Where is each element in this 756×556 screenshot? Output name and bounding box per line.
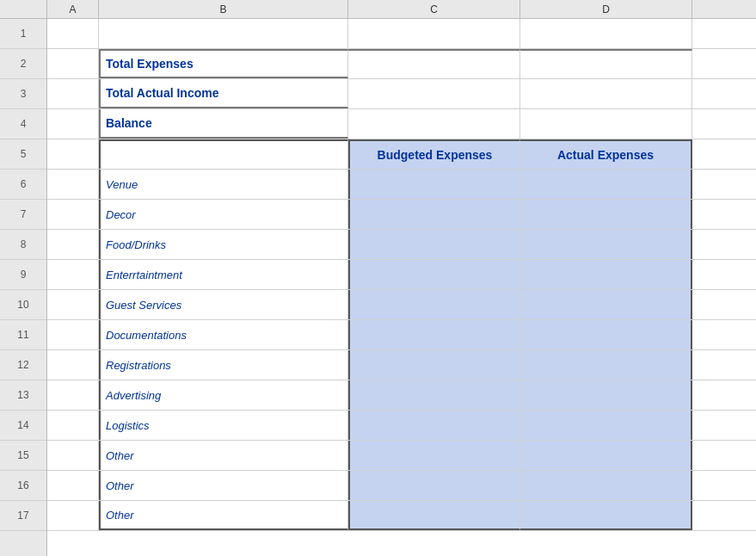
cell-13b[interactable]: Advertising bbox=[99, 380, 348, 410]
table-row bbox=[47, 19, 756, 49]
cell-15a[interactable] bbox=[47, 441, 99, 470]
cell-13c[interactable] bbox=[348, 380, 520, 410]
row-num-16: 16 bbox=[0, 471, 46, 501]
cell-1b[interactable] bbox=[99, 19, 348, 48]
cell-5d-header[interactable]: Actual Expenses bbox=[520, 139, 692, 169]
table-row: Registrations bbox=[47, 350, 756, 380]
cell-2b[interactable]: Total Expenses bbox=[99, 49, 348, 78]
cell-1c[interactable] bbox=[348, 19, 520, 48]
col-header-a: A bbox=[47, 0, 99, 18]
cell-14b[interactable]: Logistics bbox=[99, 411, 348, 440]
table-row: Total Expenses bbox=[47, 49, 756, 79]
cell-3c[interactable] bbox=[348, 79, 520, 108]
cell-6b[interactable]: Venue bbox=[99, 170, 348, 199]
cell-8b[interactable]: Food/Drinks bbox=[99, 230, 348, 259]
cell-9b[interactable]: Enterrtaintment bbox=[99, 260, 348, 289]
cell-8d[interactable] bbox=[520, 230, 692, 259]
sheet-area: Total Expenses Total Actual Income Balan… bbox=[47, 19, 756, 556]
row-num-15: 15 bbox=[0, 441, 46, 471]
cell-6a[interactable] bbox=[47, 170, 99, 199]
col-header-d: D bbox=[520, 0, 692, 18]
cell-11b[interactable]: Documentations bbox=[99, 320, 348, 349]
cell-11a[interactable] bbox=[47, 320, 99, 349]
cell-8c[interactable] bbox=[348, 230, 520, 259]
corner-header bbox=[0, 0, 47, 18]
cell-8a[interactable] bbox=[47, 230, 99, 259]
cell-15d[interactable] bbox=[520, 441, 692, 470]
row-num-5: 5 bbox=[0, 139, 46, 170]
cell-7c[interactable] bbox=[348, 200, 520, 229]
cell-10c[interactable] bbox=[348, 290, 520, 319]
cell-2c[interactable] bbox=[348, 49, 520, 78]
col-header-c: C bbox=[348, 0, 520, 18]
row-numbers: 1 2 3 4 5 6 7 8 9 10 11 12 13 14 15 16 1… bbox=[0, 19, 47, 556]
table-row: Food/Drinks bbox=[47, 230, 756, 260]
row-num-1: 1 bbox=[0, 19, 46, 49]
table-row: Guest Services bbox=[47, 290, 756, 320]
table-row: Enterrtaintment bbox=[47, 260, 756, 290]
cell-12d[interactable] bbox=[520, 350, 692, 380]
cell-16a[interactable] bbox=[47, 471, 99, 500]
row-num-6: 6 bbox=[0, 170, 46, 200]
cell-2a[interactable] bbox=[47, 49, 99, 78]
cell-9c[interactable] bbox=[348, 260, 520, 289]
cell-7a[interactable] bbox=[47, 200, 99, 229]
row-num-13: 13 bbox=[0, 380, 46, 411]
grid: 1 2 3 4 5 6 7 8 9 10 11 12 13 14 15 16 1… bbox=[0, 19, 756, 556]
cell-17d[interactable] bbox=[520, 501, 692, 530]
cell-16b[interactable]: Other bbox=[99, 471, 348, 500]
cell-11c[interactable] bbox=[348, 320, 520, 349]
cell-13a[interactable] bbox=[47, 380, 99, 410]
cell-4b[interactable]: Balance bbox=[99, 109, 348, 139]
table-row: Other bbox=[47, 471, 756, 501]
cell-5a[interactable] bbox=[47, 139, 99, 169]
cell-14c[interactable] bbox=[348, 411, 520, 440]
cell-16c[interactable] bbox=[348, 471, 520, 500]
cell-6c[interactable] bbox=[348, 170, 520, 199]
cell-1d[interactable] bbox=[520, 19, 692, 48]
row-num-9: 9 bbox=[0, 260, 46, 290]
row-num-11: 11 bbox=[0, 320, 46, 350]
cell-10d[interactable] bbox=[520, 290, 692, 319]
cell-2d[interactable] bbox=[520, 49, 692, 78]
cell-1a[interactable] bbox=[47, 19, 99, 48]
cell-4d[interactable] bbox=[520, 109, 692, 139]
cell-14a[interactable] bbox=[47, 411, 99, 440]
cell-13d[interactable] bbox=[520, 380, 692, 410]
cell-11d[interactable] bbox=[520, 320, 692, 349]
cell-14d[interactable] bbox=[520, 411, 692, 440]
cell-15b[interactable]: Other bbox=[99, 441, 348, 470]
cell-17a[interactable] bbox=[47, 501, 99, 530]
cell-17b[interactable]: Other bbox=[99, 501, 348, 530]
cell-5b[interactable] bbox=[99, 139, 348, 169]
table-row: Logistics bbox=[47, 411, 756, 441]
cell-6d[interactable] bbox=[520, 170, 692, 199]
cell-3a[interactable] bbox=[47, 79, 99, 108]
table-row: Other bbox=[47, 501, 756, 531]
table-row: Advertising bbox=[47, 380, 756, 411]
cell-10a[interactable] bbox=[47, 290, 99, 319]
cell-3d[interactable] bbox=[520, 79, 692, 108]
row-num-4: 4 bbox=[0, 109, 46, 139]
cell-12a[interactable] bbox=[47, 350, 99, 380]
cell-15c[interactable] bbox=[348, 441, 520, 470]
cell-16d[interactable] bbox=[520, 471, 692, 500]
cell-4c[interactable] bbox=[348, 109, 520, 139]
col-header-b: B bbox=[99, 0, 348, 18]
table-row: Decor bbox=[47, 200, 756, 230]
table-row: Total Actual Income bbox=[47, 79, 756, 109]
row-num-7: 7 bbox=[0, 200, 46, 230]
cell-9a[interactable] bbox=[47, 260, 99, 289]
cell-5c-header[interactable]: Budgeted Expenses bbox=[348, 139, 520, 169]
cell-9d[interactable] bbox=[520, 260, 692, 289]
cell-3b[interactable]: Total Actual Income bbox=[99, 79, 348, 108]
cell-7b[interactable]: Decor bbox=[99, 200, 348, 229]
cell-10b[interactable]: Guest Services bbox=[99, 290, 348, 319]
cell-12b[interactable]: Registrations bbox=[99, 350, 348, 380]
cell-17c[interactable] bbox=[348, 501, 520, 530]
row-num-10: 10 bbox=[0, 290, 46, 320]
row-num-14: 14 bbox=[0, 411, 46, 441]
cell-7d[interactable] bbox=[520, 200, 692, 229]
cell-4a[interactable] bbox=[47, 109, 99, 139]
cell-12c[interactable] bbox=[348, 350, 520, 380]
